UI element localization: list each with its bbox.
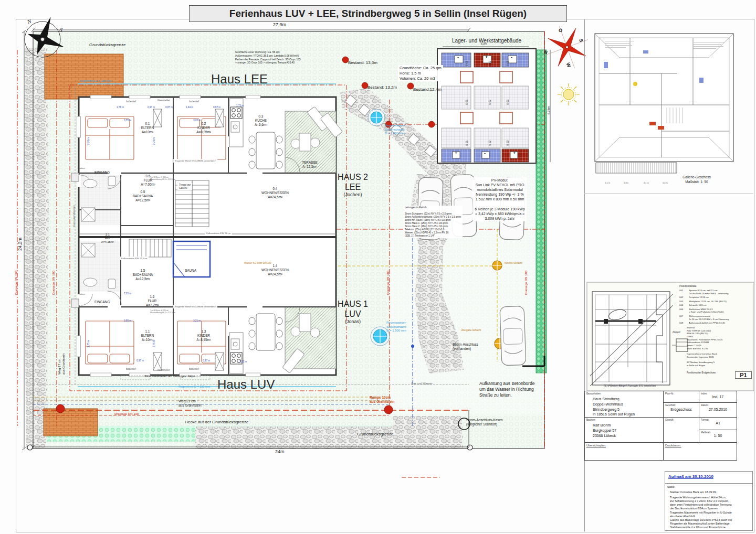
statik-divider — [665, 483, 752, 484]
project-reference: BV Neubau Strindbergweg 5 in Sellin auf … — [687, 361, 715, 367]
positions-row: 008Außenwand d=36,5 cm PPW 2-0,35 — [679, 322, 754, 325]
positions-row: 007Wohnungstrennwand 2x 24 cm KS 12/DBM … — [679, 315, 754, 321]
field-bauvorhaben: Bauvorhaben Haus Strindberg Doppel-Wohnh… — [585, 391, 664, 418]
positions-row: 006Stahlstütze MSH 70-6.3 + Kopf- und Fu… — [679, 308, 754, 314]
field-datum: Datum: 27.05.2010 — [699, 403, 737, 418]
positions-row: 001Sparren 8/24 cm, e=62,5 cm Dachschalt… — [679, 289, 754, 295]
positions-plan-name: Positionsplan Erdgeschoss — [687, 371, 716, 374]
material-list: Material: Holz: KVH Nh C24 (S10) BSH GL … — [687, 326, 722, 350]
miniplan-divider — [584, 193, 753, 194]
field-uebersichtsplan: Übersichtsplan: — [585, 443, 664, 460]
field-massstab: Maßstab: 1: 50 — [699, 430, 737, 443]
retaining-wall-bottom — [44, 409, 98, 436]
statik-label: Statik: — [667, 485, 675, 488]
statik-box: Aufmaß am 30.10.2010 Statik: Statiker Co… — [665, 471, 753, 531]
page-title: Ferienhaus LUV + LEE, Strindbergweg 5 in… — [189, 5, 567, 22]
statik-text: Tragende Wohnungstrennwand: Höhe 24cm, Z… — [670, 496, 732, 529]
positions-list: 001Sparren 8/24 cm, e=62,5 cm Dachschalt… — [679, 289, 754, 326]
gallerie-mini-plan — [595, 34, 733, 173]
title-block: Bauvorhaben Haus Strindberg Doppel-Wohnh… — [584, 391, 737, 461]
building — [71, 95, 343, 380]
positions-row: 002Firstpfette 12/16 cm — [679, 296, 754, 299]
shed — [437, 49, 536, 163]
field-format: Format: A1 — [699, 418, 737, 430]
hedge-right — [536, 50, 547, 373]
field-geschoss: Geschoß: Erdgeschoss — [664, 403, 699, 418]
field-index: Index: Ind. 17 — [699, 391, 737, 403]
field-druckdatum: Druckdatum: — [664, 443, 737, 460]
field-bauherr: Bauherr: Ralf Blohm Burgkoppel 57 23566 … — [585, 418, 664, 443]
field-plannr: Plan-Nr.: — [664, 391, 699, 403]
positions-row: 004Schwelle 16/6 cm — [679, 304, 754, 307]
positions-row: 003Mittelpfette 12/24 cm, GL 24h (BS 11) — [679, 300, 754, 303]
compass-right-icon — [539, 19, 595, 75]
statik-engineer-line: Statiker Cornelius Back am 18.09.09: — [670, 490, 717, 494]
sun-icon — [558, 83, 580, 105]
site-plan-sheet: Ferienhaus LUV + LEE, Strindbergweg 5 in… — [0, 0, 756, 534]
field-geprueft: Geprüft: — [664, 418, 699, 443]
sheet-number: P1 — [735, 371, 752, 379]
engineer-firm: Ingenieurbüro Cornelius Back Beratender … — [687, 353, 717, 359]
aufmass-note: Aufmaß am 30.10.2010 — [668, 474, 713, 479]
positions-heading: Positionsliste — [679, 284, 697, 287]
